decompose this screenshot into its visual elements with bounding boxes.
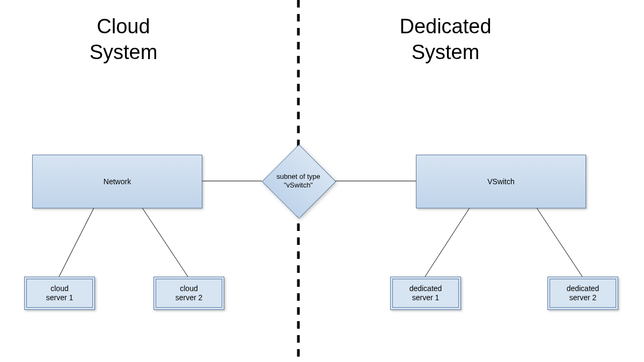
node-dedicated-server-1: dedicated server 1 (390, 277, 461, 310)
node-network-label: Network (104, 177, 131, 186)
node-cloud-server-1: cloud server 1 (24, 277, 95, 310)
edge-vswitch-ded1 (425, 208, 470, 277)
node-cloud-server-2: cloud server 2 (153, 277, 224, 310)
node-dedicated-server-2-label: dedicated server 2 (567, 284, 599, 303)
title-dedicated-system: Dedicated System (354, 14, 537, 65)
node-network: Network (32, 155, 202, 208)
edge-network-cloud2 (142, 208, 188, 277)
node-dedicated-server-2: dedicated server 2 (547, 277, 618, 310)
node-vswitch-label: VSwitch (487, 177, 515, 186)
edge-vswitch-ded2 (537, 208, 582, 277)
node-subnet-diamond: subnet of type "vSwitch" (262, 144, 335, 218)
node-dedicated-server-1-label: dedicated server 1 (409, 284, 442, 303)
node-subnet-label: subnet of type "vSwitch" (262, 144, 335, 218)
node-cloud-server-2-label: cloud server 2 (175, 284, 203, 303)
node-vswitch: VSwitch (416, 155, 586, 208)
edge-network-cloud1 (59, 208, 94, 277)
title-cloud-system: Cloud System (54, 14, 193, 65)
node-cloud-server-1-label: cloud server 1 (46, 284, 74, 303)
